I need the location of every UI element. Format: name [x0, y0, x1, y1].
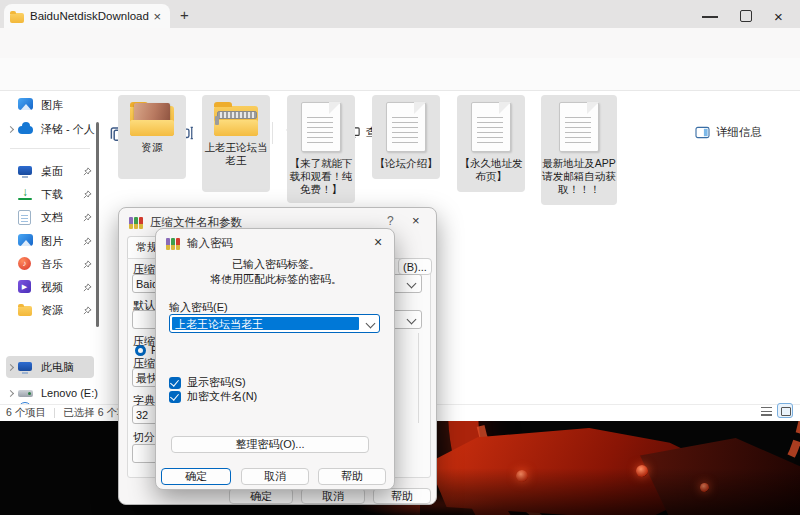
text-document-icon [471, 102, 511, 152]
sidebar-item-gallery[interactable]: 图库 [6, 94, 94, 116]
text-document-icon [301, 102, 341, 152]
sidebar-item-label: 音乐 [41, 257, 76, 272]
details-pane-button[interactable]: 详细信息 [695, 125, 762, 140]
password-cancel-button[interactable]: 取消 [241, 468, 309, 485]
password-input-label: 输入密码(E) [169, 300, 228, 315]
info-line-2: 将使用匹配此标签的密码。 [166, 272, 386, 287]
file-name: 【永久地址发布页】 [457, 157, 525, 186]
sidebar-divider [10, 148, 90, 149]
pin-icon [83, 190, 92, 199]
expand-chevron-icon[interactable] [7, 125, 14, 132]
minimize-button[interactable] [702, 16, 718, 18]
sidebar-item-label: 视频 [41, 280, 76, 295]
rar-cancel-button[interactable]: 取消 [301, 488, 365, 504]
folder-with-photo-icon [130, 102, 174, 136]
password-value-selected: 上老王论坛当老王 [172, 317, 359, 330]
dialog-close-icon[interactable]: × [412, 214, 420, 227]
radio-selected-icon [135, 345, 146, 356]
explorer-tab[interactable]: BaiduNetdiskDownload × [4, 4, 170, 28]
pin-icon [83, 167, 92, 176]
organize-passwords-button[interactable]: 整理密码(O)... [171, 436, 369, 453]
status-divider [54, 408, 55, 418]
show-password-label: 显示密码(S) [187, 375, 246, 390]
browse-button[interactable]: (B)... [398, 258, 432, 275]
sidebar-item-label: 此电脑 [41, 360, 94, 375]
password-dialog: 输入密码 × 已输入密码标签。 将使用匹配此标签的密码。 输入密码(E) 上老王… [155, 228, 395, 490]
address-bar-row: ← → ↑ ↻ 此电脑 本地磁盘 (D:) BaiduNetdiskDownlo… [0, 28, 800, 58]
navigation-pane: 图库 泽铭 - 个人 桌面 ↓ 下载 文档 [0, 92, 100, 404]
sidebar-item-downloads[interactable]: ↓ 下载 [6, 183, 94, 205]
file-tile-ziyuan[interactable]: 资源 [118, 95, 186, 179]
drive-icon [18, 390, 33, 397]
details-pane-icon [695, 126, 710, 139]
password-combobox[interactable]: 上老王论坛当老王 [169, 314, 380, 333]
chevron-down-icon[interactable] [407, 315, 417, 325]
desktop-icon [18, 166, 32, 175]
password-ok-button[interactable]: 确定 [161, 468, 231, 485]
show-password-checkbox[interactable]: 显示密码(S) [169, 375, 246, 390]
sidebar-item-label: 下载 [41, 187, 76, 202]
sidebar-item-label: 泽铭 - 个人 [41, 122, 95, 137]
dialog-help-icon[interactable]: ? [387, 214, 394, 228]
dialog-close-icon[interactable]: × [374, 235, 382, 249]
password-dialog-titlebar: 输入密码 [166, 236, 233, 251]
sidebar-scrollbar[interactable] [96, 122, 99, 327]
close-button[interactable]: × [774, 8, 783, 25]
toolbar-divider [272, 122, 273, 144]
command-toolbar: 新建 排序 查看 • • • 详细信 [0, 58, 800, 91]
chevron-down-icon[interactable] [366, 319, 376, 329]
gallery-icon [18, 98, 33, 110]
password-help-button[interactable]: 帮助 [318, 468, 386, 485]
thumbnail-view-toggle[interactable] [777, 403, 793, 418]
sidebar-item-this-pc[interactable]: 此电脑 [6, 356, 94, 378]
file-tile-text-1[interactable]: 【来了就能下载和观看！纯免费！】 [287, 95, 355, 203]
encrypt-names-label: 加密文件名(N) [187, 389, 257, 404]
folder-icon [10, 13, 24, 23]
sidebar-item-label: 图库 [41, 98, 94, 113]
password-info-text: 已输入密码标签。 将使用匹配此标签的密码。 [166, 257, 386, 287]
expand-chevron-icon[interactable] [7, 363, 14, 370]
info-line-1: 已输入密码标签。 [166, 257, 386, 272]
rar-help-button[interactable]: 帮助 [373, 488, 431, 504]
zipper-folder-icon [214, 102, 258, 136]
file-tile-zip-folder[interactable]: 上老王论坛当老王 [202, 95, 270, 192]
folder-icon [18, 306, 32, 316]
group-border [418, 333, 419, 423]
file-tile-text-2[interactable]: 【论坛介绍】 [372, 95, 440, 179]
maximize-button[interactable] [740, 10, 752, 22]
this-pc-icon [18, 362, 32, 371]
onedrive-cloud-icon [18, 126, 33, 134]
list-view-toggle[interactable] [761, 407, 772, 416]
new-tab-button[interactable]: + [180, 6, 189, 23]
sidebar-item-label: 桌面 [41, 164, 76, 179]
file-name: 上老王论坛当老王 [202, 141, 270, 170]
sidebar-item-label: 文档 [41, 210, 76, 225]
checkbox-checked-icon [169, 391, 181, 403]
sidebar-item-pictures[interactable]: 图片 [6, 230, 94, 252]
music-icon: ♪ [18, 257, 31, 270]
file-name: 资源 [141, 141, 164, 157]
sidebar-item-videos[interactable]: ▶ 视频 [6, 276, 94, 298]
tab-close-icon[interactable]: × [150, 10, 164, 23]
file-tile-text-4[interactable]: 最新地址及APP请发邮箱自动获取！！！ [541, 95, 617, 205]
rar-ok-button[interactable]: 确定 [229, 488, 293, 504]
file-tile-text-3[interactable]: 【永久地址发布页】 [457, 95, 525, 192]
sidebar-item-desktop[interactable]: 桌面 [6, 160, 94, 182]
pin-icon [83, 283, 92, 292]
details-pane-label: 详细信息 [716, 125, 762, 140]
encrypt-names-checkbox[interactable]: 加密文件名(N) [169, 389, 257, 404]
sidebar-item-onedrive[interactable]: 泽铭 - 个人 [6, 118, 94, 140]
text-document-icon [386, 102, 426, 152]
documents-icon [18, 210, 31, 225]
pin-icon [83, 237, 92, 246]
wallpaper-shadow [420, 468, 800, 515]
sidebar-item-documents[interactable]: 文档 [6, 206, 94, 228]
expand-chevron-icon[interactable] [7, 389, 14, 396]
sidebar-item-music[interactable]: ♪ 音乐 [6, 253, 94, 275]
sidebar-item-label: 资源 [41, 303, 76, 318]
pictures-icon [18, 234, 33, 246]
password-dialog-title: 输入密码 [187, 236, 233, 251]
sidebar-item-ziyuan-folder[interactable]: 资源 [6, 299, 94, 321]
sidebar-item-label: 图片 [41, 234, 76, 249]
file-name: 最新地址及APP请发邮箱自动获取！！！ [541, 157, 617, 199]
